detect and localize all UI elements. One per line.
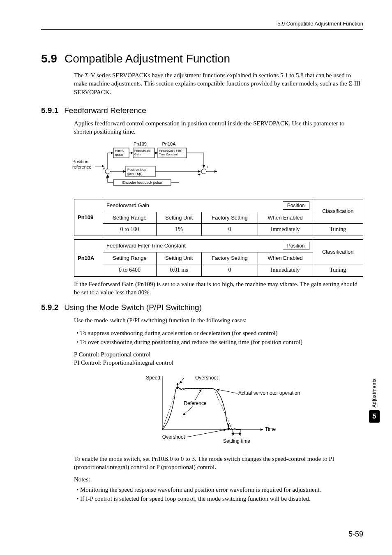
p-control-def: P Control: Proportional control (74, 350, 363, 358)
section-number: 5.9 (41, 52, 57, 65)
subsection-title: Using the Mode Switch (P/PI Switching) (64, 303, 202, 312)
svg-text:gain（Kp）: gain（Kp） (127, 172, 144, 176)
svg-text:Overshoot: Overshoot (195, 375, 218, 381)
header-rule (41, 29, 363, 30)
chapter-tab-label: Adjustments (371, 378, 377, 408)
col-enabled: When Enabled (258, 252, 313, 264)
svg-text:Reference: Reference (184, 400, 207, 406)
col-unit: Setting Unit (157, 252, 202, 264)
notes-label: Notes: (74, 475, 363, 483)
subsection-number: 5.9.2 (41, 303, 58, 312)
val-class: Tuning (313, 224, 363, 236)
pn10a-label: Pn10A (74, 240, 103, 277)
svg-line-49 (195, 389, 201, 400)
svg-text:Differ-: Differ- (115, 149, 124, 153)
col-range: Setting Range (103, 212, 157, 224)
svg-text:Gain: Gain (134, 153, 141, 156)
svg-text:reference: reference (72, 164, 91, 169)
pn109-note: If the Feedforward Gain (Pn109) is set t… (74, 280, 363, 297)
svg-text:Position loop: Position loop (127, 168, 146, 171)
use-case-list: To suppress overshooting during accelera… (76, 329, 363, 347)
svg-marker-58 (239, 432, 242, 435)
svg-text:Speed: Speed (146, 375, 160, 381)
section-intro: The Σ-V series SERVOPACKs have the adjus… (74, 71, 363, 96)
pn109-name: Feedforward Gain (106, 202, 149, 209)
svg-text:Settling time: Settling time (223, 438, 250, 444)
subsection-591-intro: Applies feedforward control compensation… (74, 119, 363, 136)
pn109-classification-header: Classification (313, 199, 363, 224)
svg-text:Pn10A: Pn10A (162, 141, 176, 146)
subsection-heading-592: 5.9.2Using the Mode Switch (P/PI Switchi… (41, 303, 363, 312)
list-item: To over overshooting during positioning … (76, 338, 363, 346)
list-item: To suppress overshooting during accelera… (76, 329, 363, 337)
list-item: If I-P control is selected for speed loo… (76, 495, 363, 503)
subsection-heading-591: 5.9.1Feedforward Reference (41, 106, 363, 115)
pi-control-def: PI Control: Proportional/integral contro… (74, 358, 363, 367)
svg-line-42 (180, 378, 184, 384)
val-factory: 0 (202, 264, 258, 276)
notes-list: Monitoring the speed response waveform a… (76, 486, 363, 503)
val-range: 0 to 100 (103, 224, 157, 236)
svg-marker-44 (176, 383, 179, 385)
svg-text:Time: Time (265, 426, 276, 432)
mode-switch-para: To enable the mode switch, set Pn10B.0 t… (74, 455, 363, 472)
section-title: Compatible Adjustment Function (65, 52, 230, 65)
chapter-tab-number: 5 (369, 410, 380, 423)
col-range: Setting Range (103, 252, 157, 264)
svg-text:+: + (206, 165, 209, 169)
svg-text:Pn109: Pn109 (134, 141, 147, 146)
list-item: Monitoring the speed response waveform a… (76, 486, 363, 494)
svg-line-52 (187, 430, 226, 437)
val-unit: 0.01 ms (157, 264, 202, 276)
col-enabled: When Enabled (258, 212, 313, 224)
pn109-mode-badge: Position (283, 201, 309, 210)
svg-text:+: + (198, 172, 201, 177)
svg-line-50 (183, 406, 193, 415)
param-table-pn109: Pn109 Feedforward Gain Position Classifi… (74, 199, 363, 236)
svg-point-5 (105, 169, 110, 174)
svg-text:Time Constant: Time Constant (159, 153, 178, 156)
pn10a-name: Feedforward Filter Time Constant (106, 242, 186, 250)
col-factory: Factory Setting (202, 212, 258, 224)
svg-text:Feedforward Filter: Feedforward Filter (159, 149, 182, 152)
svg-marker-57 (231, 432, 234, 435)
pn10a-mode-badge: Position (283, 242, 309, 250)
feedforward-diagram: Pn109 Pn10A Position reference + - Diffe… (72, 141, 363, 192)
val-range: 0 to 6400 (103, 264, 157, 276)
col-unit: Setting Unit (157, 212, 202, 224)
subsection-number: 5.9.1 (41, 106, 58, 115)
subsection-title: Feedforward Reference (64, 106, 146, 115)
svg-text:Actual servomotor operation: Actual servomotor operation (238, 390, 300, 396)
svg-text:+: + (103, 166, 105, 171)
svg-marker-55 (227, 428, 230, 430)
svg-text:Encoder feedback pulse: Encoder feedback pulse (122, 180, 162, 185)
pn10a-classification-header: Classification (313, 240, 363, 264)
subsection-592-intro: Use the mode switch (P/PI switching) fun… (74, 316, 363, 324)
svg-text:Overshoot: Overshoot (162, 434, 185, 440)
svg-point-28 (201, 169, 206, 174)
val-class: Tuning (313, 264, 363, 276)
overshoot-graph: Speed Time Overshoot Actual servomotor o… (140, 372, 363, 448)
svg-text:ential: ential (115, 153, 123, 157)
svg-text:Feedforward: Feedforward (134, 149, 150, 152)
param-table-pn10a: Pn10A Feedforward Filter Time Constant P… (74, 239, 363, 277)
pn109-label: Pn109 (74, 199, 103, 236)
chapter-tab: Adjustments 5 (369, 378, 380, 423)
val-unit: 1% (157, 224, 202, 236)
val-enabled: Immediately (258, 224, 313, 236)
svg-text:Position: Position (72, 159, 88, 164)
section-heading: 5.9Compatible Adjustment Function (41, 52, 363, 65)
val-enabled: Immediately (258, 264, 313, 276)
page-number: 5-59 (348, 530, 363, 539)
val-factory: 0 (202, 224, 258, 236)
col-factory: Factory Setting (202, 252, 258, 264)
svg-line-47 (217, 389, 238, 393)
running-header: 5.9 Compatible Adjustment Function (41, 21, 363, 29)
